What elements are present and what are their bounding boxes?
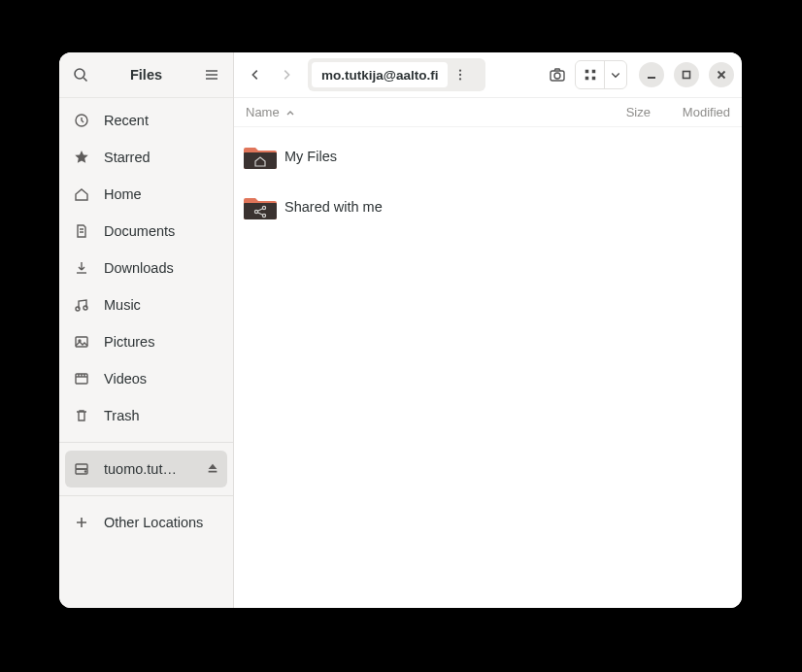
nav-back-button[interactable] xyxy=(242,61,269,88)
path-pill[interactable]: mo.tutkija@aalto.fi xyxy=(308,58,485,91)
minimize-icon xyxy=(646,69,657,81)
folder-home-icon xyxy=(244,142,277,171)
sidebar-item-videos[interactable]: Videos xyxy=(59,360,233,397)
path-segment[interactable]: mo.tutkija@aalto.fi xyxy=(312,62,448,87)
maximize-icon xyxy=(681,69,692,81)
sidebar-item-pictures[interactable]: Pictures xyxy=(59,323,233,360)
sidebar-item-label: Starred xyxy=(104,150,219,165)
sidebar-item-other-locations[interactable]: Other Locations xyxy=(59,504,233,541)
separator xyxy=(59,442,233,443)
svg-rect-28 xyxy=(591,70,595,74)
sidebar-item-documents[interactable]: Documents xyxy=(59,213,233,250)
svg-point-19 xyxy=(84,471,85,472)
pictures-icon xyxy=(73,334,90,350)
search-icon xyxy=(73,67,88,83)
sidebar-item-home[interactable]: Home xyxy=(59,176,233,213)
plus-icon xyxy=(73,515,90,530)
sort-asc-icon xyxy=(285,108,295,118)
view-options-button[interactable] xyxy=(605,61,626,88)
music-icon xyxy=(73,297,90,313)
sidebar-item-label: tuomo.tut… xyxy=(104,461,192,477)
svg-rect-29 xyxy=(585,77,588,81)
folder-share-icon xyxy=(244,192,277,221)
trash-icon xyxy=(73,408,90,423)
svg-rect-30 xyxy=(591,77,595,81)
view-grid-button[interactable] xyxy=(576,61,605,88)
sidebar-item-recent[interactable]: Recent xyxy=(59,102,233,139)
search-button[interactable] xyxy=(67,61,94,88)
svg-rect-27 xyxy=(585,70,588,74)
nav-forward-button[interactable] xyxy=(273,61,300,88)
files-window: Files Recent Starred xyxy=(59,52,742,608)
svg-line-1 xyxy=(84,78,87,82)
svg-rect-17 xyxy=(76,464,87,469)
sidebar-headerbar: Files xyxy=(59,52,233,98)
svg-point-26 xyxy=(554,73,560,79)
file-name: My Files xyxy=(284,149,337,164)
svg-point-22 xyxy=(459,69,461,71)
sidebar-item-label: Music xyxy=(104,297,219,313)
chevron-left-icon xyxy=(249,68,262,82)
sidebar-item-label: Downloads xyxy=(104,260,219,276)
drive-icon xyxy=(73,461,90,477)
svg-point-8 xyxy=(76,307,80,311)
chevron-right-icon xyxy=(280,68,293,82)
sidebar-item-label: Documents xyxy=(104,223,219,239)
sidebar-item-label: Recent xyxy=(104,113,219,128)
photo-mode-button[interactable] xyxy=(544,61,571,88)
grid-icon xyxy=(584,68,597,82)
main-pane: mo.tutkija@aalto.fi xyxy=(234,52,742,608)
sidebar-item-downloads[interactable]: Downloads xyxy=(59,250,233,286)
column-size[interactable]: Size xyxy=(604,105,651,119)
file-name: Shared with me xyxy=(284,199,383,215)
sidebar-item-trash[interactable]: Trash xyxy=(59,397,233,434)
svg-point-23 xyxy=(459,74,461,76)
close-icon xyxy=(716,69,727,81)
star-icon xyxy=(73,150,90,165)
file-list: My Files Shared with me xyxy=(234,127,742,236)
camera-icon xyxy=(549,66,566,84)
downloads-icon xyxy=(73,260,90,276)
sidebar-item-label: Home xyxy=(104,186,219,202)
view-switcher xyxy=(575,60,627,89)
column-header: Name Size Modified xyxy=(234,98,742,127)
minimize-button[interactable] xyxy=(639,62,664,87)
svg-point-9 xyxy=(84,306,87,310)
svg-rect-10 xyxy=(76,337,87,347)
sidebar: Files Recent Starred xyxy=(59,52,234,608)
sidebar-menu-button[interactable] xyxy=(198,61,225,88)
sidebar-item-label: Videos xyxy=(104,371,219,386)
main-headerbar: mo.tutkija@aalto.fi xyxy=(234,52,742,98)
close-button[interactable] xyxy=(709,62,734,87)
maximize-button[interactable] xyxy=(674,62,699,87)
sidebar-item-label: Other Locations xyxy=(104,515,219,530)
sidebar-item-label: Trash xyxy=(104,408,219,423)
file-row[interactable]: My Files xyxy=(234,131,742,182)
svg-point-24 xyxy=(459,78,461,80)
separator xyxy=(59,495,233,496)
svg-point-0 xyxy=(75,69,84,79)
sidebar-item-starred[interactable]: Starred xyxy=(59,139,233,176)
sidebar-item-label: Pictures xyxy=(104,334,219,350)
svg-rect-32 xyxy=(684,72,690,79)
more-vertical-icon xyxy=(453,68,467,82)
documents-icon xyxy=(73,223,90,239)
column-modified[interactable]: Modified xyxy=(666,105,730,119)
sidebar-item-music[interactable]: Music xyxy=(59,286,233,323)
app-title: Files xyxy=(130,67,162,83)
eject-icon xyxy=(206,461,219,475)
sidebar-item-mount[interactable]: tuomo.tut… xyxy=(65,451,227,487)
recent-icon xyxy=(73,113,90,128)
videos-icon xyxy=(73,371,90,386)
column-name[interactable]: Name xyxy=(246,105,537,119)
places-list: Recent Starred Home Documents xyxy=(59,98,233,608)
path-menu-button[interactable] xyxy=(450,62,471,87)
column-name-label: Name xyxy=(246,105,280,119)
home-icon xyxy=(73,186,90,202)
hamburger-icon xyxy=(204,67,219,83)
path-bar: mo.tutkija@aalto.fi xyxy=(308,58,534,91)
file-row[interactable]: Shared with me xyxy=(234,182,742,232)
window-controls xyxy=(639,62,734,87)
eject-button[interactable] xyxy=(206,461,219,478)
chevron-down-icon xyxy=(610,69,621,81)
